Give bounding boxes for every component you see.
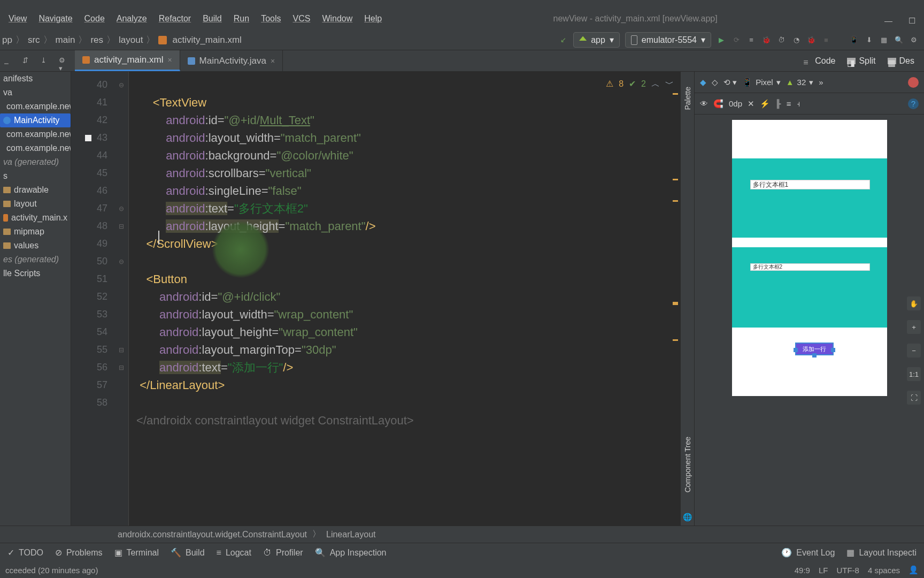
editor-breadcrumb[interactable]: androidx.constraintlayout.widget.Constra… (0, 526, 924, 543)
wand-icon[interactable]: ⚡ (760, 99, 770, 109)
orientation-icon[interactable]: ⟲ ▾ (723, 78, 737, 87)
line-separator[interactable]: LF (819, 566, 828, 575)
code-area[interactable]: <TextView android:id="@+id/Mult_Text" an… (129, 72, 680, 526)
inspection-icon[interactable]: 👤 (908, 565, 919, 575)
device-dropdown[interactable]: 📱Pixel ▾ (742, 78, 781, 87)
api-dropdown[interactable]: ▲32 ▾ (786, 78, 814, 87)
crumb-file[interactable]: activity_main.xml (172, 35, 241, 45)
zoom-fit-button[interactable]: 1:1 (907, 367, 921, 381)
sdk-icon[interactable]: ⬇ (864, 35, 874, 45)
project-tree[interactable]: anifests va com.example.new MainActivity… (0, 72, 71, 526)
clear-icon[interactable]: ✕ (748, 99, 754, 109)
caret-position[interactable]: 49:9 (795, 566, 810, 575)
tool-event-log[interactable]: 🕐Event Log (781, 547, 835, 558)
pan-icon[interactable]: ✋ (907, 296, 921, 310)
debug-attach-icon[interactable]: ≡ (746, 35, 756, 45)
tool-todo[interactable]: ✓TODO (7, 547, 43, 558)
breakpoint-icon[interactable] (85, 135, 91, 141)
menu-vcs[interactable]: VCS (288, 12, 314, 26)
layers-icon[interactable]: ◆ (700, 78, 706, 87)
tool-layout-inspector[interactable]: ▦Layout Inspecti (846, 547, 917, 558)
tree-node[interactable]: com.example.new (0, 127, 71, 141)
tree-node[interactable]: values (0, 239, 71, 253)
menu-code[interactable]: Code (80, 12, 109, 26)
tool-problems[interactable]: ⊘Problems (55, 547, 103, 558)
crumb[interactable]: res (90, 35, 103, 45)
mode-design[interactable]: ▦Des (882, 53, 920, 69)
search-icon[interactable]: 🔍 (894, 35, 904, 45)
tree-node[interactable]: va (0, 86, 71, 100)
menu-refactor[interactable]: Refactor (155, 12, 195, 26)
eye-icon[interactable]: 👁 (700, 99, 708, 108)
breadcrumb-segment[interactable]: androidx.constraintlayout.widget.Constra… (118, 530, 307, 539)
mode-code[interactable]: ≡Code (798, 53, 841, 69)
resize-handle[interactable] (812, 353, 817, 358)
breadcrumb-segment[interactable]: LinearLayout (326, 530, 376, 539)
menu-run[interactable]: Run (229, 12, 253, 26)
profiler-icon[interactable]: ⏱ (776, 35, 786, 45)
chevron-up-icon[interactable]: ︿ (651, 75, 660, 93)
preview-scrollview-1[interactable]: 多行文本框1 (732, 158, 887, 238)
tree-node[interactable]: drawable (0, 183, 71, 197)
expand-icon[interactable]: ⇵ (22, 56, 32, 66)
avd-icon[interactable]: 📱 (849, 35, 859, 45)
resize-handle[interactable] (794, 348, 798, 352)
more-icon[interactable]: » (819, 78, 823, 87)
crumb[interactable]: main (56, 35, 75, 45)
preview-button[interactable]: 添加一行 (795, 343, 834, 355)
zoom-reset-button[interactable]: ⛶ (907, 391, 921, 405)
crumb[interactable]: pp (2, 35, 12, 45)
coverage-icon[interactable]: ◔ (791, 35, 801, 45)
run-config-selector[interactable]: app ▾ (573, 32, 620, 48)
default-margin[interactable]: 0dp (729, 99, 742, 108)
stop-button[interactable]: ■ (821, 35, 831, 45)
tree-node[interactable]: mipmap (0, 225, 71, 239)
device-selector[interactable]: emulator-5554 ▾ (625, 32, 711, 48)
android-profiler-icon[interactable]: 🐞 (806, 35, 816, 45)
preview-textbox-1[interactable]: 多行文本框1 (750, 180, 870, 189)
tree-node[interactable]: anifests (0, 72, 71, 86)
menu-tools[interactable]: Tools (257, 12, 285, 26)
breadcrumbs[interactable]: pp〉 src〉 main〉 res〉 layout〉 activity_mai… (0, 34, 242, 46)
menu-view[interactable]: View (4, 12, 31, 26)
minimize-button[interactable]: — (884, 16, 892, 26)
globe-icon[interactable]: 🌐 (683, 513, 692, 521)
tree-node[interactable]: com.example.new (0, 141, 71, 155)
tree-node[interactable]: va (generated) (0, 155, 71, 169)
zoom-out-button[interactable]: − (907, 344, 921, 358)
blueprint-icon[interactable]: ◇ (712, 78, 718, 87)
tab-activity-main[interactable]: activity_main.xml × (75, 50, 180, 71)
preview-textbox-2[interactable]: 多行文本框2 (750, 263, 870, 271)
run-button[interactable]: ▶ (717, 35, 726, 45)
device-frame[interactable]: 多行文本框1 多行文本框2 添加一行 (732, 120, 887, 396)
crumb[interactable]: layout (119, 35, 143, 45)
help-icon[interactable]: ? (908, 98, 919, 109)
palette-tab[interactable]: Palette (682, 82, 693, 115)
debug-icon[interactable]: 🐞 (761, 35, 771, 45)
preview-scrollview-2[interactable]: 多行文本框2 (732, 247, 887, 328)
tool-logcat[interactable]: ≡Logcat (217, 548, 251, 558)
tree-node[interactable]: es (generated) (0, 253, 71, 267)
indent-setting[interactable]: 4 spaces (868, 566, 900, 575)
tree-node-main-activity[interactable]: MainActivity (0, 113, 71, 127)
fold-gutter[interactable]: ⊖⊖ ⊟⊖⊟⊟ (114, 72, 129, 526)
menu-window[interactable]: Window (318, 12, 357, 26)
close-icon[interactable]: × (167, 56, 172, 64)
resize-handle[interactable] (831, 348, 835, 352)
tree-node[interactable]: com.example.new (0, 100, 71, 113)
tab-main-activity[interactable]: MainActivity.java × (180, 50, 283, 71)
sync-icon[interactable]: ↙ (558, 35, 568, 45)
error-badge[interactable] (908, 77, 919, 88)
tree-node[interactable]: lle Scripts (0, 267, 71, 280)
guideline-icon[interactable]: ╟ (775, 99, 781, 108)
menu-help[interactable]: Help (360, 12, 386, 26)
menu-analyze[interactable]: Analyze (112, 12, 151, 26)
inspection-widget[interactable]: ⚠8 ✔2 ︿ ﹀ (606, 75, 674, 93)
magnet-icon[interactable]: 🧲 (713, 99, 723, 109)
tool-build[interactable]: 🔨Build (171, 547, 205, 558)
design-canvas[interactable]: 多行文本框1 多行文本框2 添加一行 ✋ + − (695, 115, 924, 526)
apply-changes-icon[interactable]: ⟳ (732, 35, 741, 45)
mode-split[interactable]: ◨Split (842, 53, 881, 69)
menu-navigate[interactable]: Navigate (34, 12, 76, 26)
gear-icon[interactable]: ⚙ ▾ (59, 56, 68, 66)
